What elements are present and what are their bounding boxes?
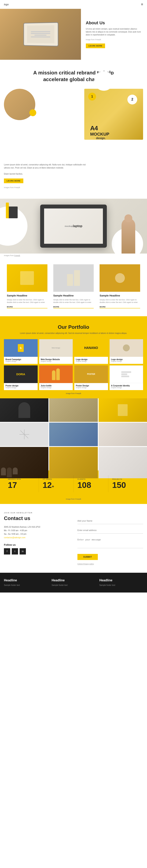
portfolio-item-cat-6: Graphic Design: [41, 387, 71, 389]
three-cards-section: Sample Headline Simply click to enter th…: [0, 261, 147, 316]
email-input[interactable]: [78, 527, 143, 533]
card-1-more-button[interactable]: MORE: [7, 306, 48, 308]
text-block-para1: Lorem ipsum dolor sit amet, consectetur …: [4, 163, 90, 169]
mission-mockup: 1 2 A4 MOCKUP design.: [84, 89, 143, 140]
text-block-credit: Images from Freepik: [4, 186, 90, 189]
stat-clients-label: CLIENTS: [78, 478, 85, 480]
portfolio-item-name-2: Web Design Website: [41, 359, 71, 361]
photos-grid-section: [0, 398, 147, 470]
stat-projects-number: 150: [112, 481, 126, 489]
portfolio-title: Our Portfolio: [4, 324, 143, 330]
footer-col-2: Headline Sample footer text: [52, 579, 95, 587]
portfolio-grid: b Brand Campaign Graphic Design Web Desi…: [4, 339, 143, 390]
portfolio-item-name-6: Juice bottle: [41, 384, 71, 387]
card-2-more-button[interactable]: MORE: [53, 306, 94, 308]
portfolio-item-info-6: Juice bottle Graphic Design: [39, 383, 73, 390]
portfolio-item-info-2: Web Design Website Graphic Design: [39, 357, 73, 364]
portfolio-item-poster-1[interactable]: DORIA Poster design Graphic Design: [4, 365, 38, 390]
photo-2: [49, 398, 98, 422]
showcase-screen: mockup laptop: [44, 209, 103, 244]
instagram-icon[interactable]: in: [20, 548, 26, 555]
portfolio-item-name-1: Brand Campaign: [5, 359, 36, 361]
name-input[interactable]: [78, 518, 143, 524]
footer-sub-2: Sample footer text: [52, 584, 95, 587]
footer: Headline Sample footer text Headline Sam…: [0, 573, 147, 592]
portfolio-item-web-design[interactable]: Web Design Web Design Website Graphic De…: [39, 339, 73, 364]
card-1-text: Simply click to enter the text box. Clic…: [7, 299, 48, 304]
portfolio-item-name-3: Logo design: [76, 359, 107, 361]
portfolio-item-name-8: A Corporate Identity: [111, 384, 142, 387]
stat-years-number: 12: [43, 481, 52, 489]
portfolio-thumb-1: b: [4, 339, 38, 357]
newsletter-left: JOIN OUR NEWSLETTER Contact us 3045-32 N…: [4, 512, 69, 565]
photo-1: [0, 398, 49, 422]
hero-title: About Us: [86, 20, 142, 26]
contact-info: 3045-32 Nowhere Avenue, L2V-416-1P10 Mo …: [4, 525, 69, 539]
mission-section: A mission critical rebrand to help accel…: [0, 60, 147, 157]
portfolio-item-name-7: Poster Design: [76, 384, 107, 387]
newsletter-title: Contact us: [4, 515, 69, 521]
portfolio-item-cat-8: Graphic Design: [111, 387, 142, 389]
submit-button[interactable]: SUBMIT: [78, 554, 98, 560]
portfolio-thumb-5: DORIA: [4, 365, 38, 383]
portfolio-subtitle: Lorem ipsum dolor sit amet, consectetur …: [4, 332, 143, 334]
portfolio-thumb-4: [110, 339, 143, 357]
mission-content: 1 2 A4 MOCKUP design.: [4, 89, 143, 151]
showcase-section: mockup laptop Images from Freepik: [0, 197, 147, 261]
menu-icon[interactable]: ≡: [141, 2, 143, 6]
stat-clients: CLIENTS 108: [74, 475, 108, 492]
hero-credit: Image from Freepik: [86, 39, 142, 40]
newsletter-section: JOIN OUR NEWSLETTER Contact us 3045-32 N…: [0, 504, 147, 573]
social-icons: f t in: [4, 548, 69, 555]
stat-awards-label: AWARDS WON: [8, 478, 21, 480]
footer-sub-1: Sample footer text: [4, 584, 48, 587]
footer-sub-3: Sample footer text: [99, 584, 143, 587]
photo-3: [98, 398, 147, 422]
twitter-icon[interactable]: t: [12, 548, 18, 555]
text-block-para2: Etiam laoreet facilisis.: [4, 173, 90, 176]
portfolio-item-name-5: Poster design: [5, 384, 36, 387]
text-block-learn-more-button[interactable]: LEARN MORE: [4, 179, 23, 183]
hero-learn-more-button[interactable]: LEARN MORE: [86, 43, 105, 48]
portfolio-item-poster-2[interactable]: POSTER Poster Design Graphic Design: [74, 365, 108, 390]
portfolio-item-juice[interactable]: Juice bottle Graphic Design: [39, 365, 73, 390]
portfolio-item-logo-1[interactable]: HANANO Logo design Graphic Design: [74, 339, 108, 364]
contact-address: 3045-32 Nowhere Avenue, L2V-416-1P10: [4, 525, 69, 529]
showcase-credit: Images from Freepik: [0, 253, 147, 257]
photo-9: [98, 447, 147, 478]
portfolio-item-corporate[interactable]: A Corporate Identity Graphic Design: [110, 365, 143, 390]
card-1-title: Sample Headline: [7, 294, 48, 297]
portfolio-item-cat-7: Graphic Design: [76, 387, 107, 389]
message-input[interactable]: [78, 536, 143, 548]
portfolio-item-info-3: Logo design Graphic Design: [74, 357, 108, 364]
card-1: Sample Headline Simply click to enter th…: [4, 261, 50, 310]
portfolio-item-info-1: Brand Campaign Graphic Design: [4, 357, 38, 364]
card-3-more-button[interactable]: MORE: [99, 306, 140, 308]
mission-left: [4, 89, 55, 120]
contact-email[interactable]: contactus@adesign.com: [4, 536, 26, 539]
stat-years: YP YEARS 12 +: [39, 475, 74, 492]
footer-headline-1: Headline: [4, 579, 48, 582]
stat-projects: PROJECTS 150: [108, 475, 143, 492]
footer-col-1: Headline Sample footer text: [4, 579, 48, 587]
photo-8: [49, 447, 98, 478]
portfolio-item-brand-campaign[interactable]: b Brand Campaign Graphic Design: [4, 339, 38, 364]
portfolio-item-cat-1: Graphic Design: [5, 361, 36, 362]
photo-6: [98, 423, 147, 446]
stats-credit: Image from Freepik: [0, 497, 147, 504]
card-3: Sample Headline Simply click to enter th…: [97, 261, 143, 310]
portfolio-item-logo-2[interactable]: Logo design Graphic Design: [110, 339, 143, 364]
facebook-icon[interactable]: f: [4, 548, 10, 555]
portfolio-item-info-4: Logo design Graphic Design: [110, 357, 143, 364]
person-head: [124, 214, 132, 222]
num-1-badge: 1: [88, 93, 96, 100]
yellow-circle-decoration: [29, 109, 36, 116]
person-figure: [121, 218, 135, 253]
showcase-image: mockup laptop: [0, 199, 147, 253]
portfolio-item-cat-4: Graphic Design: [111, 361, 142, 362]
logo: logo: [4, 3, 9, 6]
privacy-link[interactable]: ©2024 Privacy policy: [78, 563, 143, 565]
footer-headline-2: Headline: [52, 579, 95, 582]
portfolio-item-info-8: A Corporate Identity Graphic Design: [110, 383, 143, 390]
photo-4: [0, 423, 49, 446]
